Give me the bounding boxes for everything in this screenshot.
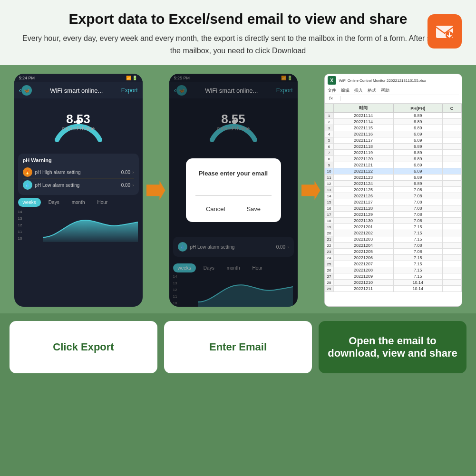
- cell-ph: 7.15: [393, 255, 442, 261]
- cell-c: [442, 113, 461, 119]
- row-num: 19: [325, 224, 333, 230]
- cell-ph: 6.89: [393, 113, 442, 119]
- row-num: 9: [325, 162, 333, 168]
- excel-title-bar: X WiFi Online Control Monitor 2202212131…: [328, 76, 459, 85]
- tab-month-1[interactable]: month: [67, 198, 90, 207]
- cell-date: 20221116: [333, 131, 393, 137]
- row-num: 21: [325, 236, 333, 243]
- cell-c: [442, 181, 461, 187]
- alarm-row-low-1: 💧 pH Low alarm setting 0.00 ›: [23, 178, 134, 191]
- nav-title-1: WiFi smart online...: [32, 87, 121, 94]
- tab-weeks-1[interactable]: weeks: [18, 198, 41, 207]
- cell-c: [442, 255, 461, 261]
- cell-c: [442, 175, 461, 181]
- tab-days-1[interactable]: Days: [44, 198, 64, 207]
- toolbar-format[interactable]: 格式: [368, 87, 376, 94]
- excel-header: X WiFi Online Control Monitor 2202212131…: [325, 74, 462, 104]
- phone-nav-1: ‹ 🦋 WiFi smart online... Export: [14, 82, 143, 98]
- table-row: 24 20221206 7.15: [325, 255, 461, 261]
- cell-date: 20221204: [333, 243, 393, 249]
- cell-date: 20221121: [333, 162, 393, 168]
- row-num: 6: [325, 144, 333, 150]
- cell-ph: 10.14: [393, 280, 442, 286]
- row-num-header: [325, 104, 333, 113]
- cell-date: 20221122: [333, 168, 393, 175]
- cell-date: 20221206: [333, 255, 393, 261]
- cancel-button[interactable]: Cancel: [198, 204, 233, 214]
- cell-ph: 7.08: [393, 193, 442, 199]
- table-row: 1 20221114 6.89: [325, 113, 461, 119]
- cell-date: 20221201: [333, 224, 393, 230]
- cell-ph: 6.89: [393, 144, 442, 150]
- cell-c: [442, 137, 461, 144]
- cell-date: 20221127: [333, 199, 393, 205]
- cell-ph: 6.89: [393, 156, 442, 162]
- table-row: 18 20221130 7.08: [325, 218, 461, 224]
- cell-ph: 10.14: [393, 286, 442, 292]
- cell-date: 20221114: [333, 119, 393, 125]
- row-num: 12: [325, 181, 333, 187]
- col-a-header: 时间: [333, 104, 393, 113]
- step-1-card: Click Export: [10, 321, 157, 373]
- save-button[interactable]: Save: [239, 204, 268, 214]
- toolbar-help[interactable]: 帮助: [381, 87, 389, 94]
- status-time-1: 5:24 PM: [19, 76, 35, 80]
- email-input-line[interactable]: [195, 186, 272, 196]
- cell-ph: 7.08: [393, 243, 442, 249]
- row-num: 25: [325, 261, 333, 267]
- cell-c: [442, 212, 461, 218]
- cell-ph: 7.15: [393, 273, 442, 280]
- cell-date: 20221117: [333, 137, 393, 144]
- row-num: 17: [325, 212, 333, 218]
- table-row: 19 20221201 7.15: [325, 224, 461, 230]
- period-tabs-1: weeks Days month Hour: [14, 198, 143, 207]
- alarm-arrow-low-1: ›: [132, 183, 134, 188]
- cell-c: [442, 156, 461, 162]
- table-row: 11 20221123 6.89: [325, 175, 461, 181]
- email-dialog: Please enter your email Cancel Save: [169, 74, 298, 307]
- cell-c: [442, 280, 461, 286]
- cell-c: [442, 168, 461, 175]
- table-row: 28 20221210 10.14: [325, 280, 461, 286]
- dialog-box: Please enter your email Cancel Save: [186, 158, 281, 222]
- cell-date: 20221205: [333, 249, 393, 255]
- cell-date: 20221125: [333, 187, 393, 193]
- table-row: 2 20221114 6.89: [325, 119, 461, 125]
- cell-date: 20221130: [333, 218, 393, 224]
- gauge-value-1: 8.53 currentPHvalue: [62, 113, 95, 131]
- chart-labels-1: 14 13 12 11 10: [18, 209, 22, 242]
- export-button-1[interactable]: Export: [121, 87, 138, 94]
- cell-ph: 6.89: [393, 125, 442, 131]
- row-num: 8: [325, 156, 333, 162]
- row-num: 23: [325, 249, 333, 255]
- tab-hour-1[interactable]: Hour: [92, 198, 112, 207]
- table-row: 23 20221205 7.08: [325, 249, 461, 255]
- cell-date: 20221207: [333, 261, 393, 267]
- row-num: 27: [325, 273, 333, 280]
- phone-screen-2: 5:25 PM 📶 🔋 ‹ 🦋 WiFi smart online... Exp…: [169, 74, 298, 307]
- row-num: 24: [325, 255, 333, 261]
- excel-icon: X: [328, 76, 336, 85]
- row-num: 10: [325, 168, 333, 175]
- cell-ph: 7.08: [393, 187, 442, 193]
- row-num: 3: [325, 125, 333, 131]
- cell-date: 20221202: [333, 230, 393, 236]
- cell-date: 20221210: [333, 280, 393, 286]
- table-row: 29 20221211 10.14: [325, 286, 461, 292]
- row-num: 18: [325, 218, 333, 224]
- toolbar-file[interactable]: 文件: [328, 87, 336, 94]
- table-row: 15 20221127 7.08: [325, 199, 461, 205]
- toolbar-edit[interactable]: 编辑: [341, 87, 350, 94]
- toolbar-insert[interactable]: 插入: [354, 87, 363, 94]
- arrow-1: [143, 181, 169, 200]
- cell-c: [442, 131, 461, 137]
- row-num: 16: [325, 205, 333, 212]
- table-row: 16 20221128 7.08: [325, 205, 461, 212]
- cell-ph: 7.08: [393, 205, 442, 212]
- table-row: 12 20221124 6.89: [325, 181, 461, 187]
- arrow-icon-2: [301, 181, 321, 200]
- cell-c: [442, 249, 461, 255]
- table-row: 3 20221115 6.89: [325, 125, 461, 131]
- table-row: 7 20221119 6.89: [325, 150, 461, 156]
- app-logo-1: 🦋: [21, 85, 32, 96]
